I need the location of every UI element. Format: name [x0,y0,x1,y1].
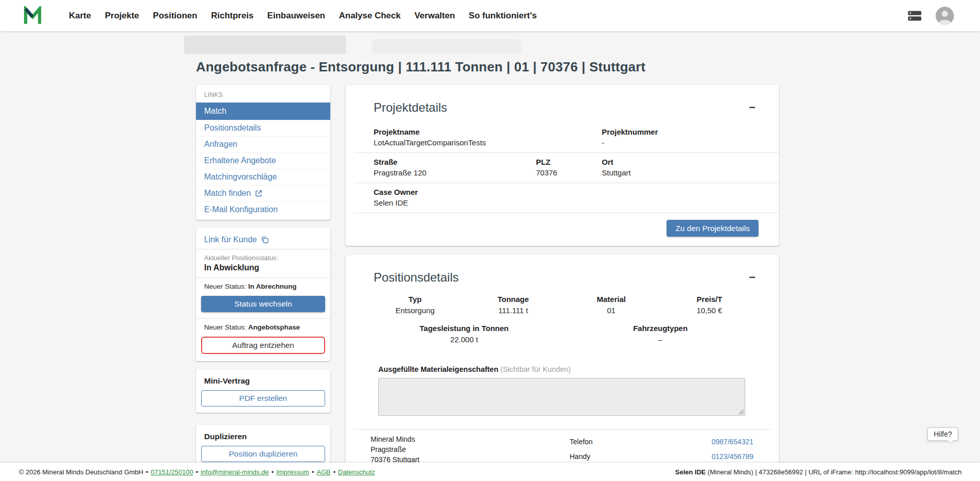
nav-projekte[interactable]: Projekte [105,11,139,21]
phone-label: Telefon [570,438,593,446]
field-projektnummer: Projektnummer - [602,128,779,147]
footer-session-info: Selen IDE (Mineral Minds) | 473268e56992… [675,468,962,476]
field-value: - [602,138,779,147]
resize-handle-icon[interactable] [738,409,744,415]
material-label-text: Ausgefüllte Materialeigenschaften [378,365,498,373]
footer-left: © 2026 Mineral Minds Deutschland GmbH • … [19,468,375,476]
stat-typ: Typ Entsorgung [366,295,464,315]
sidebar-item-match[interactable]: Match [196,103,330,120]
sidebar-item-matchingvorschlaege[interactable]: Matchingvorschläge [196,169,330,185]
sidebar-item-label: Anfragen [204,140,237,149]
nav-karte[interactable]: Karte [69,11,91,21]
footer-email-link[interactable]: info@mineral-minds.de [201,468,269,476]
current-status-value: In Abwicklung [204,263,322,272]
collapse-project-details-button[interactable]: − [749,102,755,113]
field-case-owner: Case Owner Selen IDE [346,188,602,207]
customer-link[interactable]: Link für Kunde [196,230,330,249]
footer-agb-link[interactable]: AGB [316,468,330,476]
server-icon[interactable] [907,9,922,22]
separator: • [333,468,336,476]
project-details-header: Projektdetails − [346,85,779,123]
nav-einbauweisen[interactable]: Einbauweisen [267,11,325,21]
nav-richtpreis[interactable]: Richtpreis [211,11,253,21]
phone-link[interactable]: 0987/654321 [712,438,753,446]
next-status-value: Angebotsphase [248,323,300,331]
stat-label: Tonnage [464,295,562,303]
separator: • [146,468,149,476]
field-label: Projektname [374,128,602,136]
main-nav: Karte Projekte Positionen Richtpreis Ein… [69,11,537,21]
collapse-position-details-button[interactable]: − [749,272,755,283]
sidebar-item-label: Match [204,107,227,116]
position-stats-row: Typ Entsorgung Tonnage 111.111 t Materia… [346,293,779,315]
separator: • [312,468,314,476]
skeleton-block [372,39,522,53]
footer-datenschutz-link[interactable]: Datenschutz [338,468,375,476]
field-projektname: Projektname LotActualTargetComparisonTes… [346,128,602,147]
stat-tonnage: Tonnage 111.111 t [464,295,562,315]
to-project-details-button[interactable]: Zu den Projektdetails [667,220,758,237]
next-status-1: Neuer Status: In Abrechnung [196,278,330,293]
stat-value: 111.111 t [464,306,562,315]
footer-impressum-link[interactable]: Impressum [276,468,309,476]
sidebar-item-label: E-Mail Konfiguration [204,205,278,214]
duplicate-position-button[interactable]: Position duplizieren [201,446,325,462]
stat-value: 22.000 t [366,335,562,344]
mini-contract-card: Mini-Vertrag PDF erstellen [196,369,330,413]
sidebar-item-anfragen[interactable]: Anfragen [196,136,330,153]
external-link-icon [255,190,262,197]
field-value: Stuttgart [602,168,779,177]
contact-address: Mineral Minds Pragstraße 70376 Stuttgart [371,434,570,465]
stat-preis: Preis/T 10,50 € [660,295,758,315]
status-card: Link für Kunde Aktueller Positionsstatus… [196,228,330,361]
sidebar-item-match-finden[interactable]: Match finden [196,185,330,201]
stat-label: Material [562,295,660,303]
mobile-link[interactable]: 0123/456789 [712,452,753,461]
field-label: Case Owner [374,188,602,196]
sidebar-item-email-konfiguration[interactable]: E-Mail Konfiguration [196,201,330,218]
customer-link-label: Link für Kunde [204,235,257,244]
sidebar-item-label: Match finden [204,189,251,198]
separator: • [195,468,198,476]
next-status-label: Neuer Status: [204,283,247,290]
copyright-text: © 2026 Mineral Minds Deutschland GmbH [19,468,143,476]
field-value: 70376 [536,168,602,177]
position-details-title: Positionsdetails [374,270,459,285]
nav-positionen[interactable]: Positionen [153,11,198,21]
project-row: Case Owner Selen IDE [346,183,779,213]
copy-icon [261,236,269,244]
nav-verwalten[interactable]: Verwalten [414,11,455,21]
links-caption: LINKS [196,90,330,103]
footer-user-name: Selen IDE [675,468,706,476]
withdraw-order-button[interactable]: Auftrag entziehen [201,337,325,354]
top-navbar: Karte Projekte Positionen Richtpreis Ein… [0,0,980,31]
contact-numbers: Telefon 0987/654321 Handy 0123/456789 [570,434,753,465]
user-avatar[interactable] [936,7,954,25]
nav-so-funktionierts[interactable]: So funktioniert's [469,11,536,21]
mini-contract-title: Mini-Vertrag [196,372,330,390]
content-layout: LINKS Match Positionsdetails Anfragen Er… [196,85,779,481]
field-value: Pragstraße 120 [374,168,536,177]
stat-tagesleistung: Tagesleistung in Tonnen 22.000 t [366,324,562,344]
app-logo[interactable] [23,6,44,26]
project-details-title: Projektdetails [374,100,447,115]
position-details-card: Positionsdetails − Typ Entsorgung Tonnag… [346,255,779,481]
contact-street: Pragstraße [371,444,570,454]
change-status-button[interactable]: Status wechseln [201,296,325,312]
footer-phone-link[interactable]: 07151/250100 [151,468,193,476]
help-button[interactable]: Hilfe? [927,427,958,441]
material-properties-textarea[interactable] [378,378,745,416]
field-plz: PLZ 70376 [536,158,602,177]
position-details-header: Positionsdetails − [346,255,779,293]
sidebar-item-positionsdetails[interactable]: Positionsdetails [196,120,330,136]
field-ort: Ort Stuttgart [602,158,779,177]
nav-analyse-check[interactable]: Analyse Check [339,11,401,21]
logo-icon [23,6,44,26]
sidebar-item-erhaltene-angebote[interactable]: Erhaltene Angebote [196,153,330,169]
sidebar-item-label: Matchingvorschläge [204,172,277,182]
stat-fahrzeugtypen: Fahrzeugtypen – [562,324,759,344]
field-label: Straße [374,158,536,166]
create-pdf-button[interactable]: PDF erstellen [201,390,325,407]
navbar-right [907,7,954,25]
current-status-block: Aktueller Positionsstatus: In Abwicklung [196,249,330,277]
